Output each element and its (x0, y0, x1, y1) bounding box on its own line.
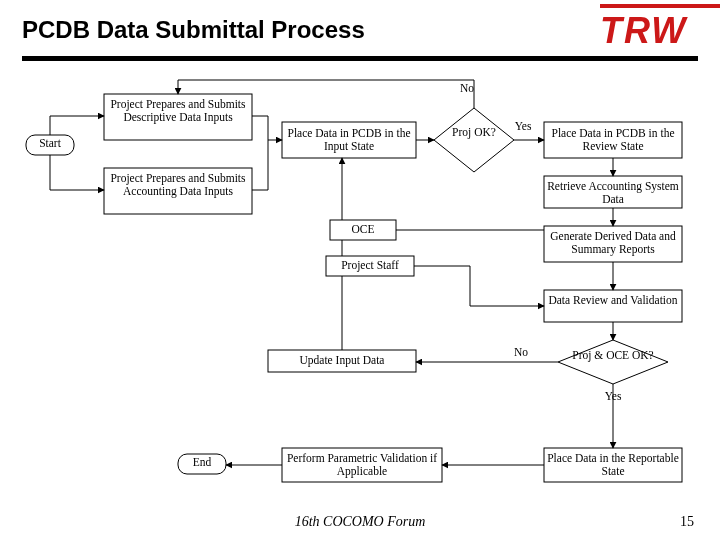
footer: 16th COCOMO Forum (0, 514, 720, 530)
node-prep-accounting: Project Prepares and Submits Accounting … (104, 172, 252, 198)
decision-proj-ok: Proj OK? (444, 126, 504, 139)
decision-proj-oce-ok: Proj & OCE OK? (568, 349, 658, 362)
edge-label-no-1: No (452, 82, 482, 95)
node-project-staff: Project Staff (326, 259, 414, 272)
node-prep-descriptive: Project Prepares and Submits Descriptive… (104, 98, 252, 124)
svg-marker-14 (434, 108, 514, 172)
slide: PCDB Data Submittal Process TRW (0, 0, 720, 540)
edge-label-no-2: No (506, 346, 536, 359)
page-number: 15 (680, 514, 694, 530)
node-start: Start (26, 137, 74, 150)
node-derived: Generate Derived Data and Summary Report… (544, 230, 682, 256)
node-input-state: Place Data in PCDB in the Input State (282, 127, 416, 153)
node-review-validation: Data Review and Validation (544, 294, 682, 307)
node-oce: OCE (330, 223, 396, 236)
edge-label-yes-2: Yes (598, 390, 628, 403)
node-param-validation: Perform Parametric Validation if Applica… (282, 452, 442, 478)
node-update-input: Update Input Data (268, 354, 416, 367)
node-end: End (178, 456, 226, 469)
node-reportable: Place Data in the Reportable State (544, 452, 682, 478)
node-review-state: Place Data in PCDB in the Review State (544, 127, 682, 153)
node-retrieve-acct: Retrieve Accounting System Data (544, 180, 682, 206)
edge-label-yes-1: Yes (508, 120, 538, 133)
